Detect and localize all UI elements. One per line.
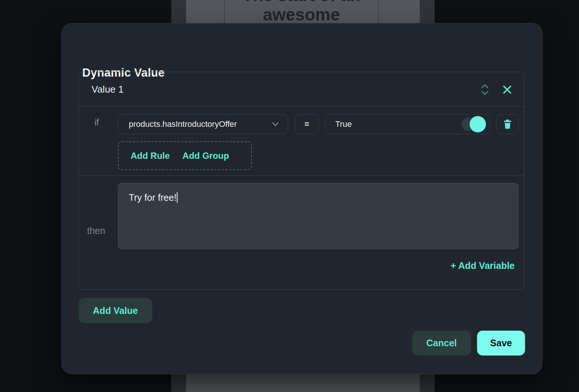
add-variable-link[interactable]: + Add Variable [451, 260, 515, 271]
condition-value-text: True [335, 119, 461, 129]
condition-value-field[interactable]: True [325, 114, 490, 134]
chevron-down-icon [271, 122, 279, 127]
screen: The start of an awesome Dynamic Value Va… [0, 0, 579, 392]
add-value-button[interactable]: Add Value [79, 298, 152, 323]
if-label: if [95, 118, 99, 128]
then-label: then [87, 225, 105, 236]
preview-heading-line2: awesome [225, 5, 378, 24]
result-text-input[interactable]: Try for free! [118, 183, 518, 249]
condition-field-dropdown[interactable]: products.hasIntroductoryOffer [118, 114, 288, 134]
save-button[interactable]: Save [477, 331, 525, 356]
text-caret [177, 192, 177, 203]
trash-icon [503, 119, 512, 129]
reorder-value-button[interactable] [476, 81, 493, 98]
close-icon [502, 84, 512, 95]
cancel-button[interactable]: Cancel [412, 331, 471, 356]
dynamic-value-modal: Dynamic Value Value 1 [61, 23, 543, 374]
delete-rule-button[interactable] [496, 114, 519, 134]
preview-heading-line1: The start of an [225, 0, 378, 4]
condition-field-value: products.hasIntroductoryOffer [129, 119, 271, 129]
remove-value-button[interactable] [499, 81, 516, 98]
value-card: Value 1 [79, 72, 524, 290]
add-group-link[interactable]: Add Group [182, 151, 229, 161]
value-card-header: Value 1 [79, 72, 524, 106]
value-title: Value 1 [92, 83, 124, 95]
toggle-knob [470, 116, 486, 132]
boolean-toggle[interactable] [461, 118, 485, 131]
add-rule-group-box: Add Rule Add Group [118, 141, 252, 170]
condition-operator-button[interactable]: = [295, 114, 319, 134]
chevron-up-down-icon [480, 83, 490, 96]
result-text: Try for free! [129, 192, 176, 203]
section-divider [79, 176, 524, 176]
add-rule-link[interactable]: Add Rule [131, 151, 170, 161]
